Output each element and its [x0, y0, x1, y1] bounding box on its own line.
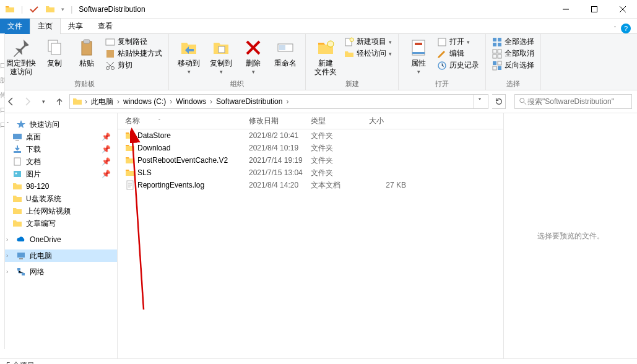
- search-box[interactable]: [514, 94, 632, 109]
- sidebar-network[interactable]: ›网络: [0, 266, 117, 278]
- col-type[interactable]: 类型: [311, 116, 369, 126]
- folder-icon-small[interactable]: [45, 4, 55, 14]
- sidebar-item-downloads[interactable]: 下载📌: [0, 143, 117, 155]
- sidebar-item-label: U盘装系统: [26, 194, 61, 204]
- minimize-button[interactable]: [552, 0, 580, 19]
- preview-message: 选择要预览的文件。: [537, 231, 604, 241]
- nav-up-button[interactable]: [53, 95, 66, 108]
- sidebar-item-label: 下载: [26, 144, 41, 155]
- copy-to-button[interactable]: 复制到▾: [207, 35, 235, 76]
- refresh-button[interactable]: [492, 94, 506, 109]
- svg-rect-36: [14, 171, 21, 177]
- col-date[interactable]: 修改日期: [249, 116, 311, 126]
- sidebar-quickaccess[interactable]: ˅ 快速访问: [0, 118, 117, 131]
- group-organize-label: 组织: [175, 78, 299, 90]
- sidebar-onedrive[interactable]: ›OneDrive: [0, 233, 117, 246]
- crumb-drive[interactable]: windows (C:): [122, 97, 167, 106]
- select-none-button[interactable]: 全部取消: [492, 48, 534, 59]
- svg-rect-4: [84, 40, 90, 43]
- paste-shortcut-button[interactable]: 粘贴快捷方式: [105, 48, 162, 59]
- sidebar-item-label: 上传网站视频: [26, 206, 71, 217]
- chevron-right-icon[interactable]: ›: [285, 97, 290, 106]
- maximize-button[interactable]: [580, 0, 609, 19]
- col-size[interactable]: 大小: [369, 116, 406, 126]
- search-input[interactable]: [527, 97, 628, 106]
- folder-icon: [125, 155, 135, 165]
- nav-forward-button[interactable]: [21, 95, 33, 108]
- sidebar-item-folder[interactable]: 上传网站视频: [0, 205, 117, 217]
- properties-button[interactable]: 属性▾: [405, 35, 432, 76]
- select-all-button[interactable]: 全部选择: [492, 37, 534, 47]
- status-bar: 5 个项目: [0, 358, 637, 364]
- easy-access-button[interactable]: 轻松访问 ▾: [344, 48, 392, 59]
- ribbon-collapse-icon[interactable]: ˆ: [614, 25, 616, 32]
- svg-rect-6: [106, 50, 114, 58]
- file-date: 2021/7/14 19:19: [249, 156, 311, 165]
- sidebar-item-documents[interactable]: 文档📌: [0, 155, 117, 168]
- nav-recent-button[interactable]: ▾: [37, 95, 50, 108]
- file-row[interactable]: PostRebootEventCache.V22021/7/14 19:19文件…: [118, 154, 503, 167]
- paste-button[interactable]: 粘贴: [73, 35, 100, 67]
- svg-point-7: [106, 66, 110, 69]
- chevron-right-icon[interactable]: ›: [116, 97, 121, 106]
- crumb-windows[interactable]: Windows: [175, 97, 207, 106]
- open-button[interactable]: 打开 ▾: [437, 37, 479, 47]
- file-type: 文本文档: [311, 180, 369, 191]
- tab-file[interactable]: 文件: [0, 19, 30, 34]
- chevron-right-icon[interactable]: ›: [209, 97, 214, 106]
- copy-path-button[interactable]: 复制路径: [105, 37, 162, 47]
- close-button[interactable]: [609, 0, 637, 19]
- file-row[interactable]: DataStore2021/8/2 10:41文件夹: [118, 129, 503, 142]
- copy-button[interactable]: 复制: [41, 35, 68, 67]
- sidebar-item-desktop[interactable]: 桌面📌: [0, 131, 117, 143]
- svg-rect-35: [14, 158, 20, 165]
- move-to-button[interactable]: 移动到▾: [175, 35, 202, 76]
- nav-back-button[interactable]: [5, 95, 17, 108]
- file-row[interactable]: ReportingEvents.log2021/8/4 14:20文本文档27 …: [118, 179, 503, 191]
- file-row[interactable]: Download2021/8/4 10:19文件夹: [118, 142, 503, 154]
- file-date: 2021/7/15 13:04: [249, 168, 311, 177]
- svg-rect-5: [106, 39, 115, 45]
- group-select-label: 选择: [492, 78, 534, 90]
- edit-button[interactable]: 编辑: [437, 48, 479, 59]
- chevron-right-icon[interactable]: ›: [168, 97, 173, 106]
- svg-rect-24: [498, 50, 501, 53]
- svg-point-37: [15, 173, 17, 175]
- sidebar-item-folder[interactable]: 98-120: [0, 180, 117, 193]
- crumb-current[interactable]: SoftwareDistribution: [215, 97, 284, 106]
- folder-icon: [125, 168, 135, 178]
- svg-rect-2: [51, 43, 61, 54]
- sidebar: ˅ 快速访问 桌面📌 下载📌 文档📌 图片📌 98-120 U盘装系统 上传网站…: [0, 113, 118, 358]
- new-folder-button[interactable]: 新建 文件夹: [312, 35, 339, 77]
- breadcrumb-dropdown[interactable]: ˅: [473, 95, 485, 108]
- pin-quickaccess-button[interactable]: 固定到快 速访问: [6, 35, 36, 77]
- sidebar-item-folder[interactable]: 文章编写: [0, 217, 117, 230]
- svg-rect-38: [17, 253, 25, 258]
- history-button[interactable]: 历史记录: [437, 60, 479, 71]
- delete-button[interactable]: 删除▾: [240, 35, 267, 76]
- title-dropdown-caret[interactable]: ▾: [61, 6, 64, 12]
- preview-pane: 选择要预览的文件。: [503, 113, 637, 358]
- check-icon[interactable]: [29, 4, 39, 14]
- sidebar-thispc[interactable]: ›此电脑: [0, 249, 117, 262]
- rename-button[interactable]: 重命名: [272, 35, 299, 67]
- crumb-thispc[interactable]: 此电脑: [90, 97, 115, 107]
- tab-home[interactable]: 主页: [30, 18, 61, 34]
- svg-rect-39: [19, 258, 23, 259]
- folder-icon: [5, 4, 15, 14]
- chevron-down-icon: ˅: [6, 121, 12, 128]
- tab-view[interactable]: 查看: [90, 19, 120, 34]
- col-name[interactable]: 名称: [125, 116, 140, 126]
- sidebar-item-pictures[interactable]: 图片📌: [0, 168, 117, 180]
- group-clipboard-label: 剪贴板: [6, 78, 162, 90]
- breadcrumb[interactable]: › 此电脑 › windows (C:) › Windows › Softwar…: [69, 94, 488, 109]
- chevron-right-icon[interactable]: ›: [84, 97, 89, 106]
- invert-selection-button[interactable]: 反向选择: [492, 60, 534, 71]
- help-icon[interactable]: ?: [621, 24, 631, 33]
- sidebar-item-folder[interactable]: U盘装系统: [0, 193, 117, 205]
- tab-share[interactable]: 共享: [61, 19, 90, 34]
- new-item-button[interactable]: 新建项目 ▾: [344, 37, 392, 47]
- cut-button[interactable]: 剪切: [105, 60, 162, 71]
- star-icon: [16, 119, 26, 129]
- file-row[interactable]: SLS2021/7/15 13:04文件夹: [118, 167, 503, 179]
